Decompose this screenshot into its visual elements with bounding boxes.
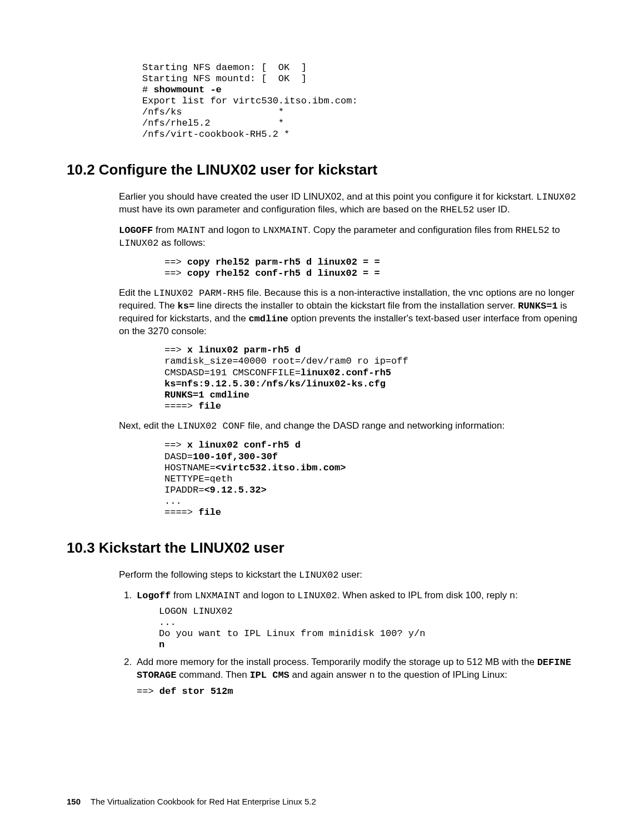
code-block-logon: LOGON LINUX02 ... Do you want to IPL Lin… xyxy=(159,606,577,651)
code-line: RUNKS=1 cmdline xyxy=(164,390,249,400)
code-line: LOGON LINUX02 xyxy=(159,606,233,617)
body-paragraph: LOGOFF from MAINT and logon to LNXMAINT.… xyxy=(119,224,577,250)
document-page: Starting NFS daemon: [ OK ] Starting NFS… xyxy=(0,0,644,834)
code-line: DASD=100-10f,300-30f xyxy=(164,451,278,462)
book-title: The Virtualization Cookbook for Red Hat … xyxy=(91,797,316,806)
code-line: # showmount -e xyxy=(142,85,222,95)
code-line: ==> x linux02 parm-rh5 d xyxy=(164,345,301,355)
code-line: HOSTNAME=<virtc532.itso.ibm.com> xyxy=(164,463,346,473)
code-line: ramdisk_size=40000 root=/dev/ram0 ro ip=… xyxy=(164,356,408,366)
code-line: Do you want to IPL Linux from minidisk 1… xyxy=(159,628,425,639)
code-block-conf: ==> x linux02 conf-rh5 d DASD=100-10f,30… xyxy=(164,440,577,518)
page-footer: 150The Virtualization Cookbook for Red H… xyxy=(67,797,316,806)
step-1: Logoff from LNXMAINT and logon to LINUX0… xyxy=(134,589,577,651)
code-block-parm: ==> x linux02 parm-rh5 d ramdisk_size=40… xyxy=(164,345,577,411)
code-line: ks=nfs:9.12.5.30:/nfs/ks/linux02-ks.cfg xyxy=(164,379,386,389)
code-line: ====> file xyxy=(164,401,221,411)
page-number: 150 xyxy=(67,797,81,806)
body-paragraph: Edit the LINUX02 PARM-RH5 file. Because … xyxy=(119,287,577,337)
section-heading-10-2: 10.2 Configure the LINUX02 user for kick… xyxy=(67,161,577,178)
code-line: ==> x linux02 conf-rh5 d xyxy=(164,440,301,450)
code-line: ==> copy rhel52 parm-rh5 d linux02 = = xyxy=(164,257,380,267)
body-paragraph: Earlier you should have created the user… xyxy=(119,191,577,216)
code-line: n xyxy=(159,639,164,650)
body-paragraph: Perform the following steps to kickstart… xyxy=(119,569,577,582)
code-line: Starting NFS mountd: [ OK ] xyxy=(142,73,307,84)
code-line: IPADDR=<9.12.5.32> xyxy=(164,485,267,495)
code-line: /nfs/rhel5.2 * xyxy=(142,118,284,128)
code-line: ... xyxy=(164,496,182,507)
code-line: ... xyxy=(159,617,176,628)
code-line: /nfs/ks * xyxy=(142,107,284,117)
code-line: ====> file xyxy=(164,507,221,518)
code-line: CMSDASD=191 CMSCONFFILE=linux02.conf-rh5 xyxy=(164,368,391,378)
code-block-defstor: ==> def stor 512m xyxy=(137,686,577,697)
section-heading-10-3: 10.3 Kickstart the LINUX02 user xyxy=(67,539,577,557)
code-line: ==> copy rhel52 conf-rh5 d linux02 = = xyxy=(164,268,380,279)
step-2: Add more memory for the install process.… xyxy=(134,656,577,697)
code-block-nfs: Starting NFS daemon: [ OK ] Starting NFS… xyxy=(142,62,577,140)
code-block-copy: ==> copy rhel52 parm-rh5 d linux02 = = =… xyxy=(164,257,577,279)
code-line: /nfs/virt-cookbook-RH5.2 * xyxy=(142,129,289,140)
ordered-steps: Logoff from LNXMAINT and logon to LINUX0… xyxy=(119,589,577,697)
code-line: Starting NFS daemon: [ OK ] xyxy=(142,62,307,73)
code-line: NETTYPE=qeth xyxy=(164,474,232,484)
body-paragraph: Next, edit the LINUX02 CONF file, and ch… xyxy=(119,420,577,433)
code-line: ==> def stor 512m xyxy=(137,686,233,697)
code-line: Export list for virtc530.itso.ibm.com: xyxy=(142,96,358,106)
